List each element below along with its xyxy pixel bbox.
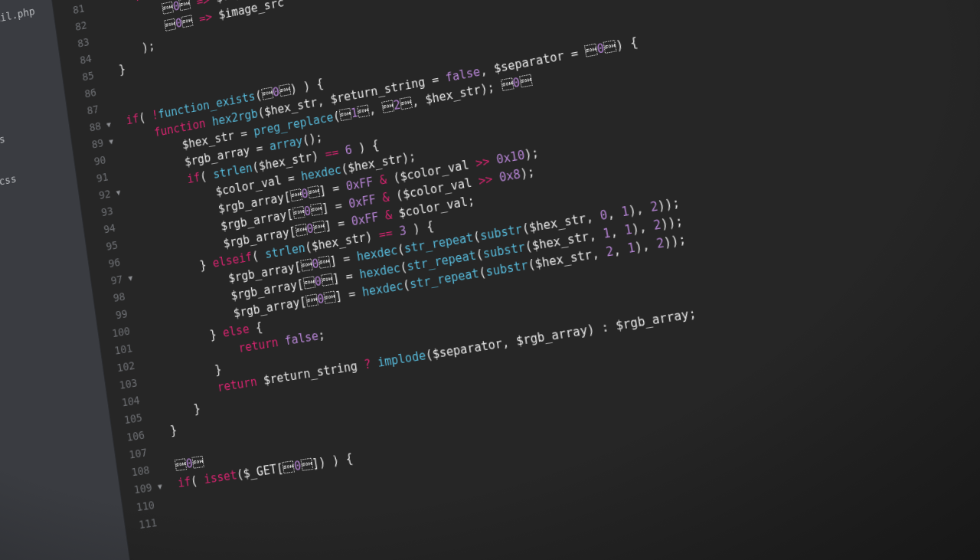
code-editor[interactable]: 78 79 80 81 82 83 84 85 86 87 88▼89▼90 9… [44,0,980,560]
code-area[interactable]: . ltrim(preg_replace(0, 1, strlen( r… [101,0,980,528]
editor-stage: beginning.htmlempty.htmlsend_form_email.… [0,0,980,560]
